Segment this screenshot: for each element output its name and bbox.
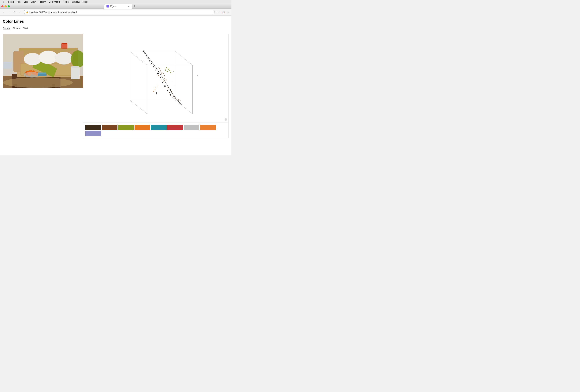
help-menu[interactable]: Help: [82, 0, 89, 4]
swatch-orange-2[interactable]: [200, 125, 216, 130]
svg-point-61: [171, 91, 172, 92]
svg-point-67: [155, 88, 156, 88]
svg-marker-33: [130, 100, 193, 114]
svg-point-97: [152, 65, 152, 66]
svg-point-96: [150, 64, 151, 65]
scatter-panel: ✛: [83, 34, 229, 138]
svg-point-79: [151, 63, 152, 64]
svg-point-62: [169, 92, 170, 93]
svg-point-48: [168, 69, 169, 70]
swatch-lavender[interactable]: [85, 131, 101, 136]
tab-couch[interactable]: Couch: [3, 26, 10, 30]
svg-rect-31: [71, 67, 80, 79]
svg-point-52: [165, 70, 166, 71]
svg-point-18: [55, 52, 73, 64]
swatch-red[interactable]: [167, 125, 183, 130]
url-input[interactable]: 🔒 localhost:8000/awesome/metademo/index.…: [24, 10, 215, 14]
svg-rect-20: [61, 43, 67, 49]
tab-flower[interactable]: Flower: [12, 26, 20, 30]
svg-point-69: [153, 91, 154, 92]
svg-rect-21: [62, 43, 67, 44]
swatch-brown[interactable]: [102, 125, 118, 130]
tab-close-button[interactable]: ✕: [127, 5, 130, 7]
svg-point-89: [197, 75, 198, 76]
title-bar: Figma ✕ +: [0, 4, 231, 9]
swatch-teal[interactable]: [151, 125, 167, 130]
svg-point-99: [153, 67, 153, 68]
scatter-viewport[interactable]: ✛: [83, 34, 228, 123]
reload-button[interactable]: ↻: [12, 10, 17, 14]
maximize-button[interactable]: [8, 5, 10, 7]
svg-rect-92: [172, 82, 172, 82]
svg-point-77: [147, 58, 149, 59]
svg-point-46: [158, 75, 159, 76]
svg-point-86: [167, 90, 168, 91]
svg-point-98: [149, 63, 150, 63]
window-menu[interactable]: Window: [70, 0, 81, 4]
back-button[interactable]: ‹: [1, 10, 5, 14]
content-area: ✛: [3, 34, 229, 138]
color-palette: [83, 123, 228, 138]
svg-point-39: [159, 68, 160, 69]
svg-point-47: [166, 67, 167, 68]
svg-point-82: [157, 73, 159, 74]
swatch-olive-green[interactable]: [118, 125, 134, 130]
svg-point-78: [149, 60, 150, 61]
svg-point-70: [175, 98, 176, 99]
svg-point-87: [169, 94, 171, 95]
svg-point-55: [164, 78, 165, 79]
browser-tab-figma[interactable]: Figma ✕: [104, 4, 132, 9]
svg-rect-90: [158, 67, 159, 68]
svg-point-74: [143, 50, 145, 52]
svg-point-42: [163, 73, 164, 74]
swatch-light-gray[interactable]: [184, 125, 199, 130]
view-menu[interactable]: View: [29, 0, 37, 4]
minimize-button[interactable]: [4, 5, 7, 7]
forward-button[interactable]: ›: [7, 10, 11, 14]
svg-point-75: [144, 52, 145, 53]
image-panel: [3, 34, 83, 88]
close-button[interactable]: [1, 5, 3, 7]
file-menu[interactable]: File: [15, 0, 22, 4]
svg-point-54: [162, 77, 163, 78]
svg-point-56: [161, 79, 161, 80]
tab-title: Figma: [110, 5, 116, 7]
svg-point-68: [155, 89, 155, 90]
svg-point-51: [169, 68, 169, 69]
tools-menu[interactable]: Tools: [62, 0, 70, 4]
svg-rect-30: [38, 72, 46, 74]
svg-point-57: [166, 80, 167, 81]
svg-point-76: [146, 55, 147, 56]
svg-point-40: [160, 70, 161, 71]
scroll-indicator: [225, 118, 227, 121]
bookmark-button[interactable]: ☆: [226, 10, 230, 14]
tab-shirt[interactable]: Shirt: [23, 26, 28, 30]
reader-mode-button[interactable]: 📖: [221, 10, 225, 14]
bookmarks-menu[interactable]: Bookmarks: [47, 0, 62, 4]
svg-point-63: [172, 94, 173, 94]
svg-point-9: [3, 77, 73, 88]
couch-image: [3, 34, 83, 88]
svg-point-84: [162, 82, 163, 83]
svg-point-88: [172, 97, 174, 98]
extensions-button[interactable]: ⋯: [216, 10, 220, 14]
svg-point-28: [24, 72, 40, 77]
svg-point-43: [164, 75, 165, 76]
svg-point-45: [161, 74, 162, 74]
firefox-menu[interactable]: Firefox: [5, 0, 15, 4]
edit-menu[interactable]: Edit: [22, 0, 29, 4]
svg-point-81: [155, 70, 156, 71]
svg-rect-91: [165, 76, 166, 76]
swatch-orange[interactable]: [135, 125, 150, 130]
svg-point-50: [169, 70, 170, 71]
new-tab-button[interactable]: +: [132, 4, 137, 9]
apple-menu[interactable]: : [1, 0, 5, 4]
svg-marker-36: [130, 51, 193, 65]
home-button[interactable]: ⌂: [18, 10, 22, 14]
swatch-dark-brown[interactable]: [85, 125, 101, 130]
history-menu[interactable]: History: [37, 0, 47, 4]
cursor-symbol: ✛: [156, 91, 157, 95]
tab-favicon: [107, 5, 109, 7]
svg-point-85: [164, 85, 166, 87]
macos-menu-bar:  Firefox File Edit View History Bookmar…: [0, 0, 231, 4]
